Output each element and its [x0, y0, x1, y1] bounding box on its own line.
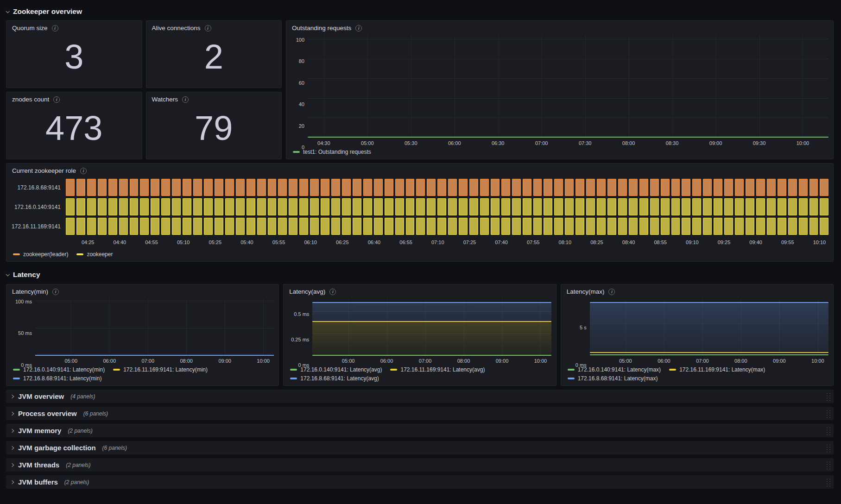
legend-item[interactable]: 172.16.11.169:9141: Latency(max) [669, 366, 765, 373]
row-header-zookeeper-overview[interactable]: Zookeeper overview [6, 6, 834, 18]
row-header-process-overview[interactable]: Process overview (6 panels) [6, 407, 834, 420]
legend-dash [390, 369, 397, 371]
legend-item[interactable]: 172.16.11.169:9141: Latency(min) [113, 366, 208, 373]
x-axis-tick-label: 07:00 [535, 140, 548, 146]
panel-title[interactable]: znodes count [12, 96, 49, 103]
gridline [672, 35, 673, 138]
stat-value: 473 [6, 104, 142, 159]
legend-item[interactable]: 172.16.8.68:9141: Latency(min) [13, 375, 101, 382]
status-rows: 172.16.8.68:9141172.16.0.140:9141172.16.… [6, 179, 828, 237]
status-bar [193, 179, 202, 196]
y-axis-tick-label: 0.5 ms [294, 311, 309, 317]
status-bar [597, 179, 606, 196]
info-icon[interactable]: i [608, 289, 615, 295]
status-bar [597, 198, 606, 215]
chevron-right-icon [10, 394, 14, 398]
row-header-jvm-buffers[interactable]: JVM buffers (2 panels) [6, 475, 834, 489]
panel-title[interactable]: Latency(avg) [289, 288, 325, 295]
row-header-jvm-memory[interactable]: JVM memory (2 panels) [6, 424, 834, 437]
legend-item[interactable]: zookeeper(leader) [13, 251, 68, 258]
status-bar [406, 179, 415, 196]
status-bar [385, 218, 393, 235]
status-bar [374, 179, 383, 196]
info-icon[interactable]: i [182, 96, 189, 103]
legend-item[interactable]: 172.16.11.169:9141: Latency(avg) [390, 366, 485, 373]
legend-label: 172.16.0.140:9141: Latency(min) [23, 366, 105, 373]
legend-item[interactable]: test1: Outstanding requests [293, 149, 371, 155]
status-bar [586, 198, 595, 215]
panel-title[interactable]: Alive connections [152, 25, 201, 32]
info-icon[interactable]: i [205, 25, 211, 32]
status-bar [161, 198, 170, 215]
chart-plot-area[interactable] [35, 299, 274, 356]
drag-handle-icon[interactable] [825, 443, 831, 453]
series-row-label: 172.16.0.140:9141 [6, 198, 66, 215]
x-axis-tick-label: 05:00 [361, 140, 374, 146]
row-header-jvm-garbage-collection[interactable]: JVM garbage collection (6 panels) [6, 441, 834, 454]
row-header-jvm-threads[interactable]: JVM threads (2 panels) [6, 458, 834, 472]
x-axis-tick-label: 06:00 [448, 140, 461, 146]
legend-item[interactable]: 172.16.8.68:9141: Latency(max) [568, 375, 658, 382]
status-bar [172, 179, 181, 196]
status-row: 172.16.8.68:9141 [6, 179, 828, 196]
status-bar [247, 179, 255, 196]
drag-handle-icon[interactable] [825, 426, 831, 435]
legend-item[interactable]: zookeeper [76, 251, 113, 258]
gridline [411, 35, 411, 138]
panel-title[interactable]: Latency(max) [567, 288, 605, 295]
status-bar [76, 198, 85, 215]
status-bar [193, 218, 202, 235]
status-history-chart[interactable]: 172.16.8.68:9141172.16.0.140:9141172.16.… [6, 175, 833, 251]
status-bar [289, 218, 297, 235]
x-axis-tick-label: 06:00 [103, 358, 116, 364]
x-axis-tick-label: 09:10 [686, 239, 699, 245]
status-bar [416, 179, 425, 196]
chevron-right-icon [10, 428, 14, 432]
chart-plot-area[interactable] [312, 299, 551, 356]
info-icon[interactable]: i [329, 289, 336, 295]
status-bar [108, 198, 117, 215]
status-bar [257, 218, 266, 235]
info-icon[interactable]: i [80, 168, 87, 174]
row-header-latency[interactable]: Latency [6, 269, 834, 281]
drag-handle-icon[interactable] [825, 392, 831, 401]
status-bar [321, 179, 329, 196]
status-bar [480, 179, 489, 196]
drag-handle-icon[interactable] [825, 460, 831, 470]
drag-handle-icon[interactable] [825, 409, 831, 418]
status-bar [183, 179, 191, 196]
drag-handle-icon[interactable] [825, 478, 831, 487]
row-panel-count: (4 panels) [70, 393, 95, 400]
panel-title[interactable]: Latency(min) [12, 288, 48, 295]
status-bars [66, 218, 828, 235]
info-icon[interactable]: i [355, 25, 362, 32]
status-bar [544, 218, 552, 235]
status-bar [533, 198, 542, 215]
panel-title[interactable]: Current zookeeper role [12, 167, 76, 174]
panel-title[interactable]: Outstanding requests [292, 25, 351, 32]
chevron-right-icon [10, 480, 14, 484]
x-axis-tick-label: 10:00 [797, 140, 809, 146]
y-axis-tick-label: 5 s [580, 325, 587, 330]
status-bar [778, 179, 786, 196]
status-bar [416, 198, 425, 215]
x-axis-tick-label: 09:30 [753, 140, 766, 146]
status-bar [554, 198, 563, 215]
panel-title[interactable]: Watchers [152, 96, 178, 103]
info-icon[interactable]: i [52, 25, 58, 32]
info-icon[interactable]: i [52, 289, 59, 295]
panel-title[interactable]: Quorum size [12, 25, 48, 32]
y-axis: 0 ms5 s [564, 299, 590, 365]
legend-item[interactable]: 172.16.8.68:9141: Latency(avg) [290, 375, 379, 382]
status-bar [321, 198, 329, 215]
legend-label: zookeeper [87, 251, 113, 258]
row-header-jvm-overview[interactable]: JVM overview (4 panels) [6, 390, 834, 403]
chart-plot-area[interactable] [590, 299, 828, 356]
status-bar [554, 179, 563, 196]
status-bar [385, 198, 393, 215]
chevron-down-icon [6, 9, 9, 13]
status-bar [703, 198, 712, 215]
chart-plot-area[interactable] [308, 35, 828, 138]
row-title: Process overview [18, 410, 77, 417]
info-icon[interactable]: i [53, 96, 60, 103]
